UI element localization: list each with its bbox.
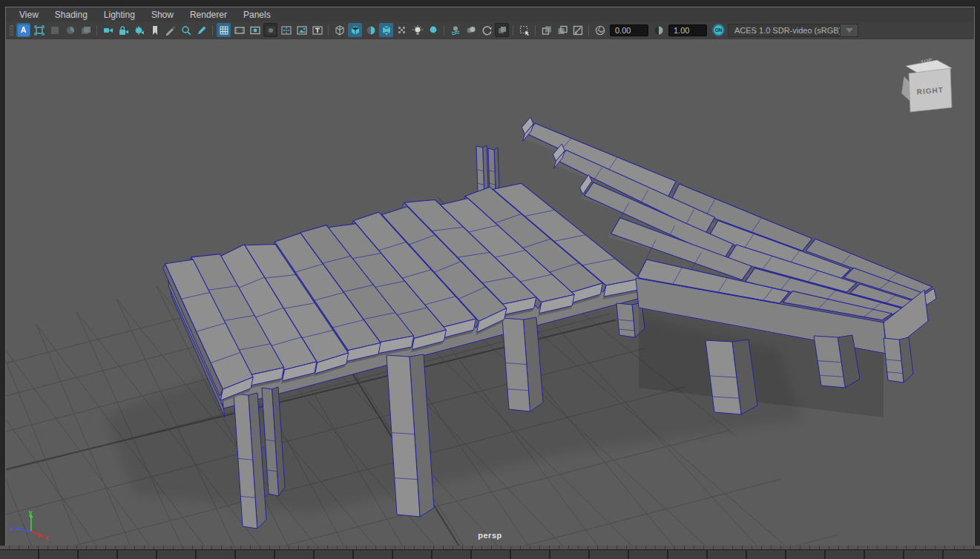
zoom-select-icon[interactable] xyxy=(179,23,193,37)
anti-aliasing-icon[interactable] xyxy=(495,23,509,37)
select-camera-a-icon[interactable]: A xyxy=(16,23,30,37)
maya-window: View Shading Lighting Show Renderer Pane… xyxy=(0,0,980,559)
view-cube[interactable]: RIGHT TOP xyxy=(895,48,964,119)
camera-name-label: persp xyxy=(6,531,974,540)
colorspace-on-toggle[interactable]: ON xyxy=(712,24,725,36)
menu-lighting[interactable]: Lighting xyxy=(96,10,143,20)
3d-viewport[interactable]: RIGHT TOP persp y z x xyxy=(6,39,974,546)
chevron-down-icon xyxy=(846,28,853,33)
menu-view[interactable]: View xyxy=(11,10,47,20)
bookmark-icon[interactable] xyxy=(148,23,162,37)
toolbar-separator xyxy=(328,25,329,36)
field-chart-icon[interactable] xyxy=(279,23,293,37)
shaded-cube-icon[interactable] xyxy=(348,23,362,37)
dock-leg xyxy=(814,335,860,388)
motion-blur-icon[interactable] xyxy=(464,23,478,37)
default-lighting-icon[interactable] xyxy=(410,23,424,37)
textured-sphere-icon[interactable] xyxy=(364,23,378,37)
gamma-field[interactable]: 1.00 xyxy=(668,24,707,36)
toolbar-icon-groups: A xyxy=(7,23,592,37)
menu-shading[interactable]: Shading xyxy=(47,10,96,20)
gamma-icon[interactable] xyxy=(651,23,665,37)
isolate-select-icon[interactable] xyxy=(517,23,531,37)
time-slider[interactable] xyxy=(0,546,980,559)
occlusion-layers-icon[interactable] xyxy=(448,23,462,37)
axis-y-label: y xyxy=(29,509,33,516)
pencil-tool-icon[interactable] xyxy=(194,23,208,37)
safe-title-icon[interactable] xyxy=(310,23,324,37)
xray-icon[interactable] xyxy=(539,23,553,37)
textured-cube-icon[interactable] xyxy=(379,23,393,37)
xray-active-icon[interactable] xyxy=(570,23,585,37)
wireframe-on-shaded-icon[interactable] xyxy=(395,23,409,37)
shadows-sphere-icon[interactable] xyxy=(426,23,440,37)
toolbar-separator xyxy=(212,25,213,36)
dock-leg xyxy=(502,317,543,411)
axis-x-label: x xyxy=(45,534,48,541)
menu-show[interactable]: Show xyxy=(143,10,182,20)
far-post xyxy=(476,145,488,195)
wireframe-cube-icon[interactable] xyxy=(332,23,346,37)
grid-icon[interactable] xyxy=(217,23,231,37)
camera-icon[interactable] xyxy=(101,23,115,37)
panel-toolbar: A 0.00 1.00 ON ACES 1.0 SDR-video (sRGB) xyxy=(6,22,974,39)
axis-z-label: z xyxy=(10,525,14,532)
toolbar-separator xyxy=(513,25,513,36)
exposure-icon[interactable] xyxy=(593,23,607,37)
colorspace-select[interactable]: ACES 1.0 SDR-video (sRGB) xyxy=(728,24,841,37)
menu-panels[interactable]: Panels xyxy=(235,10,279,20)
gate-mask-icon[interactable] xyxy=(263,23,277,37)
scene-canvas[interactable] xyxy=(6,39,974,546)
dock-leg xyxy=(706,340,757,414)
toolbar-separator xyxy=(535,25,536,36)
xray-joints-icon[interactable] xyxy=(555,23,569,37)
viewport-panel: View Shading Lighting Show Renderer Pane… xyxy=(5,7,975,546)
camera-lock-icon[interactable] xyxy=(116,23,131,37)
film-gate-icon[interactable] xyxy=(232,23,246,37)
safe-action-icon[interactable] xyxy=(295,23,309,37)
resolution-gate-corners-icon[interactable] xyxy=(32,23,46,37)
toolbar-separator xyxy=(444,25,444,36)
camera-attributes-icon[interactable] xyxy=(132,23,146,37)
toolbar-separator xyxy=(588,25,589,36)
panel-menu-bar: View Shading Lighting Show Renderer Pane… xyxy=(6,7,974,22)
colorspace-dropdown-arrow[interactable] xyxy=(841,24,858,37)
gate-mask-square-icon[interactable] xyxy=(47,23,62,37)
depth-of-field-icon[interactable] xyxy=(479,23,493,37)
window-top-strip xyxy=(0,0,980,7)
toolbar-grip[interactable] xyxy=(10,25,13,36)
dock-leg xyxy=(884,337,913,383)
image-plane-stack-icon[interactable] xyxy=(79,23,93,37)
film-gate-wheel-icon[interactable] xyxy=(63,23,77,37)
resolution-gate-icon[interactable] xyxy=(248,23,262,37)
time-slider-track[interactable] xyxy=(0,549,980,559)
grease-pencil-icon[interactable] xyxy=(163,23,177,37)
exposure-field[interactable]: 0.00 xyxy=(610,24,648,36)
toolbar-separator xyxy=(96,25,97,36)
axis-gizmo: y z x xyxy=(9,509,56,543)
menu-renderer[interactable]: Renderer xyxy=(182,10,235,20)
